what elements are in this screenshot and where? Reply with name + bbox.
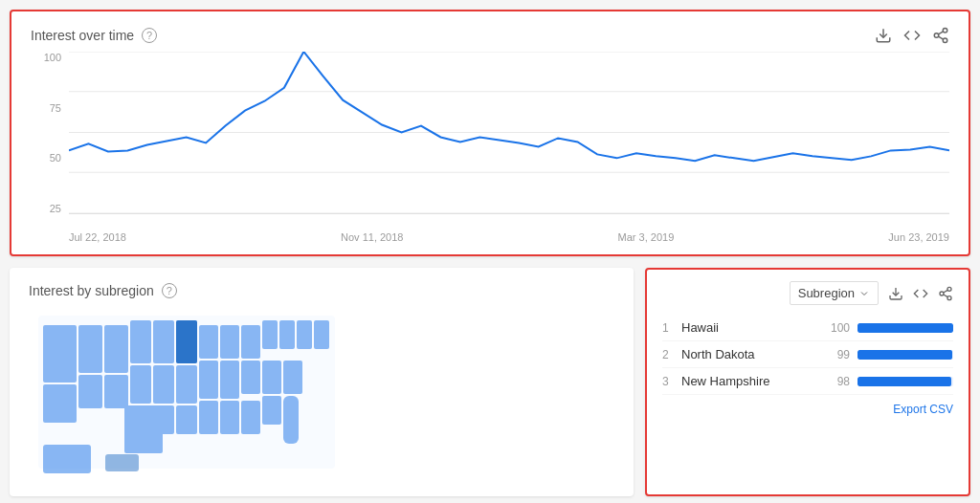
x-label-jun: Jun 23, 2019 [888,231,949,243]
svg-line-5 [938,32,943,34]
y-label-50: 50 [31,152,61,164]
toolbar-time [875,27,949,44]
svg-rect-28 [220,361,239,399]
y-axis-labels: 100 75 50 25 [31,52,65,214]
line-chart-svg [69,52,949,213]
svg-rect-45 [105,454,139,471]
svg-rect-22 [153,365,174,404]
svg-rect-17 [104,375,128,408]
export-csv-btn[interactable]: Export CSV [662,399,953,420]
svg-rect-41 [241,401,260,434]
download-icon-time[interactable] [875,27,892,44]
table-row: 3 New Hampshire 98 [662,368,953,395]
svg-point-2 [934,33,939,38]
svg-rect-31 [297,320,312,349]
svg-rect-39 [199,401,218,434]
svg-rect-33 [241,361,260,394]
svg-rect-44 [43,445,91,473]
embed-icon-subregion[interactable] [913,286,928,301]
row-name-new-hampshire: New Hampshire [681,374,821,388]
svg-rect-38 [176,405,197,434]
bar-fill-north-dakota [858,350,952,360]
interest-over-time-card: Interest over time ? 100 75 50 [10,10,970,256]
svg-rect-15 [104,325,128,373]
bar-container-north-dakota [858,350,953,360]
card-title-group-time: Interest over time ? [31,28,157,43]
x-label-mar: Mar 3, 2019 [618,231,675,243]
share-icon-time[interactable] [932,27,949,44]
bottom-section: Interest by subregion ? [10,268,970,496]
help-icon-subregion[interactable]: ? [162,283,177,298]
svg-rect-40 [220,401,239,434]
interest-over-time-title: Interest over time [31,28,134,43]
card-header-time: Interest over time ? [31,27,949,44]
share-icon-subregion[interactable] [938,286,953,301]
svg-point-3 [943,38,947,43]
interest-by-subregion-title: Interest by subregion [29,283,154,298]
svg-point-49 [940,292,944,295]
row-rank-1: 1 [662,321,681,335]
us-map-svg [29,306,354,478]
svg-rect-12 [43,325,77,383]
download-icon-subregion[interactable] [888,286,903,301]
subregion-dropdown-btn[interactable]: Subregion [790,281,879,305]
svg-line-52 [944,290,948,293]
bar-fill-new-hampshire [858,377,951,386]
svg-rect-34 [262,361,281,394]
x-label-jul: Jul 22, 2018 [69,231,126,243]
row-value-hawaii: 100 [821,321,850,335]
svg-point-48 [947,287,951,291]
svg-rect-14 [78,325,102,373]
row-rank-3: 3 [662,375,681,388]
chevron-down-icon [858,288,870,299]
svg-rect-25 [220,325,239,359]
bar-container-new-hampshire [858,377,953,386]
svg-line-4 [938,36,943,39]
y-label-100: 100 [31,52,61,63]
x-axis-labels: Jul 22, 2018 Nov 11, 2018 Mar 3, 2019 Ju… [69,216,949,243]
bar-container-hawaii [858,323,953,333]
svg-point-50 [947,295,951,299]
svg-rect-19 [153,320,174,363]
embed-icon-time[interactable] [903,27,921,44]
svg-rect-18 [130,320,151,363]
row-value-north-dakota: 99 [821,348,850,361]
svg-rect-29 [262,320,278,349]
help-icon-time[interactable]: ? [142,28,157,43]
us-map [29,306,614,481]
interest-by-subregion-card: Interest by subregion ? [10,268,634,496]
svg-point-1 [943,29,947,33]
y-label-25: 25 [31,203,61,214]
svg-rect-32 [314,320,329,349]
chart-svg-area [69,52,949,214]
svg-rect-23 [176,365,197,404]
page: Interest over time ? 100 75 50 [0,0,980,503]
svg-rect-26 [241,325,260,359]
row-name-north-dakota: North Dakota [681,347,821,361]
card-header-subregion: Interest by subregion ? [29,283,614,298]
svg-rect-30 [279,320,295,349]
svg-rect-43 [124,405,163,453]
subregion-table-card: Subregion 1 Hawaii 100 [645,268,970,496]
svg-rect-42 [283,396,299,444]
card-title-group-subregion: Interest by subregion ? [29,283,177,298]
row-rank-2: 2 [662,348,681,361]
svg-rect-35 [262,396,281,425]
table-row: 1 Hawaii 100 [662,315,953,341]
row-name-hawaii: Hawaii [681,320,821,335]
svg-rect-24 [199,325,218,359]
table-header: Subregion [662,281,953,305]
svg-rect-13 [43,384,77,423]
subregion-btn-label: Subregion [798,286,855,300]
svg-rect-21 [130,365,151,404]
y-label-75: 75 [31,102,61,114]
svg-rect-46 [176,320,197,363]
bar-fill-hawaii [858,323,953,333]
svg-rect-27 [199,361,218,399]
svg-rect-36 [283,361,302,394]
line-chart-container: 100 75 50 25 [31,52,949,243]
table-row: 2 North Dakota 99 [662,341,953,368]
row-value-new-hampshire: 98 [821,375,850,388]
svg-rect-16 [78,375,102,408]
svg-line-51 [944,295,948,297]
